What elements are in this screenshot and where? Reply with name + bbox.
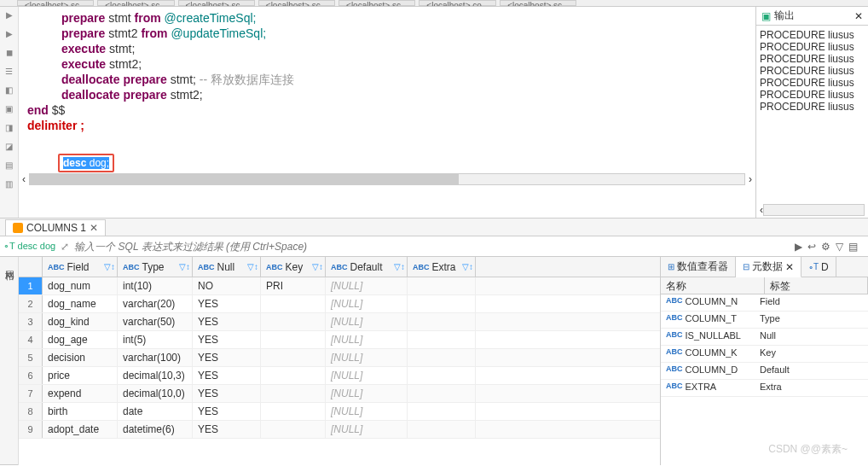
table-row[interactable]: 4dog_ageint(5)YES[NULL] [19,331,660,349]
cell[interactable]: dog_name [43,295,118,312]
table-row[interactable]: 9adopt_datedatetime(6)YES[NULL] [19,421,660,439]
editor-tab[interactable]: <localhost> sc... [97,0,174,6]
cell[interactable]: datetime(6) [118,421,193,438]
editor-tab[interactable]: <localhost> co... [419,0,496,6]
cell[interactable]: decision [43,349,118,366]
table-row[interactable]: 5decisionvarchar(100)YES[NULL] [19,349,660,367]
row-number[interactable]: 1 [19,277,43,294]
editor-hscroll[interactable]: ‹ › [19,172,755,186]
cell[interactable]: YES [193,367,261,384]
tool-icon[interactable]: ▤ [3,160,16,174]
tab-d[interactable]: ∘TD [801,257,836,277]
run-icon[interactable]: ▶ [3,10,16,24]
gear-icon[interactable]: ⚙ [821,241,830,253]
row-number[interactable]: 2 [19,295,43,312]
row-number[interactable]: 5 [19,349,43,366]
tool-icon[interactable]: ◧ [3,85,16,99]
close-icon[interactable]: ✕ [90,222,98,234]
tool-icon[interactable]: ◪ [3,142,16,155]
cell[interactable] [408,349,476,366]
filter-icon[interactable]: ▽↕ [312,262,323,271]
cell[interactable]: YES [193,385,261,402]
expand-icon[interactable]: ⤢ [61,241,69,253]
table-row[interactable]: 3dog_kindvarchar(50)YES[NULL] [19,313,660,331]
column-header[interactable]: ABCDefault▽↕ [326,257,408,277]
cell[interactable]: PRI [261,277,326,294]
cell[interactable]: YES [193,403,261,420]
cell[interactable]: dog_num [43,277,118,294]
row-number[interactable]: 8 [19,403,43,420]
cell[interactable] [261,367,326,384]
cell[interactable] [261,421,326,438]
filter-icon[interactable]: ▽↕ [179,262,190,271]
cell[interactable] [408,403,476,420]
cell[interactable]: [NULL] [326,403,408,420]
cell[interactable]: [NULL] [326,349,408,366]
cell[interactable] [408,331,476,348]
editor-tab[interactable]: <localhost> sc... [339,0,415,6]
editor-tab[interactable]: <localhost> sc... [17,0,94,6]
cell[interactable]: varchar(50) [118,313,193,330]
tool-icon[interactable]: ▶ [3,29,16,43]
row-number[interactable]: 6 [19,367,43,384]
tool-icon[interactable]: ◼ [3,48,16,61]
cell[interactable]: YES [193,421,261,438]
tab-metadata[interactable]: ⊟元数据 ✕ [736,257,801,277]
column-header[interactable]: ABCType▽↕ [118,257,193,277]
cell[interactable] [408,277,476,294]
scroll-left-icon[interactable]: ‹ [22,173,26,185]
nav-icon[interactable]: ↩ [807,241,816,253]
editor-tab[interactable]: <localhost> sc... [500,0,576,6]
cell[interactable]: [NULL] [326,277,408,294]
cell[interactable]: NO [193,277,261,294]
column-header[interactable]: ABCExtra▽↕ [408,257,476,277]
cell[interactable] [261,385,326,402]
scrollbar[interactable] [763,204,865,216]
cell[interactable]: [NULL] [326,331,408,348]
cell[interactable]: decimal(10,3) [118,367,193,384]
cell[interactable] [408,313,476,330]
filter-icon[interactable]: ▽↕ [104,262,115,271]
meta-row[interactable]: ABCCOLUMN_TType [661,312,868,329]
cell[interactable] [408,385,476,402]
cell[interactable]: [NULL] [326,367,408,384]
filter-icon[interactable]: ▽↕ [462,262,473,271]
cell[interactable] [408,295,476,312]
row-number[interactable]: 9 [19,421,43,438]
tool-icon[interactable]: ☰ [3,67,16,80]
cell[interactable]: decimal(10,0) [118,385,193,402]
columns-icon[interactable]: ▤ [848,241,858,253]
cell[interactable]: [NULL] [326,385,408,402]
cell[interactable]: YES [193,313,261,330]
cell[interactable]: price [43,367,118,384]
cell[interactable] [261,331,326,348]
editor-tab[interactable]: <localhost> sc... [258,0,335,6]
cell[interactable]: YES [193,349,261,366]
meta-row[interactable]: ABCIS_NULLABLNull [661,329,868,346]
editor-tab[interactable]: <localhost> sc... [178,0,255,6]
cell[interactable]: YES [193,331,261,348]
view-tab[interactable]: 网格 [2,257,18,465]
cell[interactable]: dog_age [43,331,118,348]
run-icon[interactable]: ▶ [795,241,802,253]
table-row[interactable]: 6pricedecimal(10,3)YES[NULL] [19,367,660,385]
cell[interactable]: varchar(100) [118,349,193,366]
cell[interactable] [261,349,326,366]
cell[interactable]: [NULL] [326,313,408,330]
column-header[interactable]: ABCField▽↕ [43,257,118,277]
cell[interactable] [408,421,476,438]
scrollbar-track[interactable] [29,173,745,185]
meta-row[interactable]: ABCEXTRAExtra [661,380,868,397]
tool-icon[interactable]: ▥ [3,179,16,193]
sql-editor[interactable]: prepare stmt from @createTimeSql; prepar… [19,7,755,218]
table-row[interactable]: 8birthdateYES[NULL] [19,403,660,421]
cell[interactable]: dog_kind [43,313,118,330]
meta-row[interactable]: ABCCOLUMN_KKey [661,346,868,363]
table-row[interactable]: 1dog_numint(10)NOPRI[NULL] [19,277,660,295]
tab-value-viewer[interactable]: ⊞数值查看器 [661,257,736,277]
cell[interactable]: expend [43,385,118,402]
column-header[interactable]: ABCKey▽↕ [261,257,326,277]
row-number[interactable]: 4 [19,331,43,348]
cell[interactable]: int(5) [118,331,193,348]
cell[interactable]: YES [193,295,261,312]
